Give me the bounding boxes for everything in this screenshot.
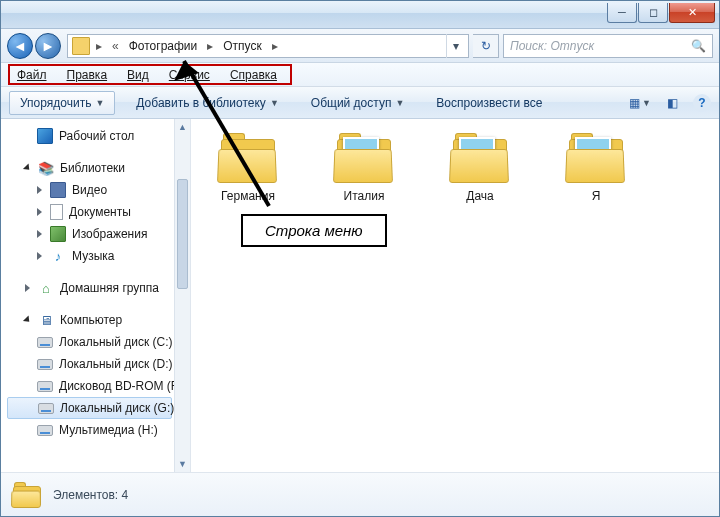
add-library-label: Добавить в библиотеку (136, 96, 266, 110)
expand-icon[interactable] (23, 315, 32, 324)
sidebar-scrollbar[interactable]: ▲ ▼ (174, 119, 190, 472)
item-label: Германия (203, 189, 293, 203)
scroll-up-icon[interactable]: ▲ (175, 119, 190, 135)
organize-button[interactable]: Упорядочить ▼ (9, 91, 115, 115)
toolbar: Упорядочить ▼ Добавить в библиотеку ▼ Об… (1, 87, 719, 119)
video-icon (50, 182, 66, 198)
chevron-down-icon: ▼ (395, 98, 404, 108)
refresh-button[interactable]: ↻ (473, 34, 499, 58)
menu-edit[interactable]: Правка (57, 65, 118, 85)
menu-file[interactable]: Файл (7, 65, 57, 85)
annotation-label: Строка меню (241, 214, 387, 247)
sidebar-item-desktop[interactable]: Рабочий стол (7, 125, 190, 147)
sidebar-item-documents[interactable]: Документы (7, 201, 190, 223)
disc-icon (37, 381, 53, 392)
body: Рабочий стол 📚 Библиотеки Видео Док (1, 119, 719, 472)
folder-item[interactable]: Я (551, 133, 641, 203)
computer-icon: 🖥 (38, 312, 54, 328)
play-all-label: Воспроизвести все (436, 96, 542, 110)
sidebar-item-drive-h[interactable]: Мультимедиа (H:) (7, 419, 190, 441)
breadcrumb-seg[interactable]: Отпуск (219, 39, 265, 53)
pictures-icon (50, 226, 66, 242)
sidebar-item-label: Локальный диск (D:) (59, 357, 173, 371)
sidebar-item-music[interactable]: ♪ Музыка (7, 245, 190, 267)
minimize-button[interactable]: ─ (607, 3, 637, 23)
explorer-window: ─ ◻ ✕ ◄ ► ▸ « Фотографии ▸ Отпуск ▸ ▾ ↻ … (0, 0, 720, 517)
view-options-button[interactable]: ▦ ▼ (629, 92, 651, 114)
navbar: ◄ ► ▸ « Фотографии ▸ Отпуск ▸ ▾ ↻ Поиск:… (1, 29, 719, 63)
library-icon: 📚 (38, 160, 54, 176)
expand-icon[interactable] (37, 230, 42, 238)
search-icon: 🔍 (691, 39, 706, 53)
sidebar-item-drive-c[interactable]: Локальный диск (C:) (7, 331, 190, 353)
folder-icon (217, 133, 279, 183)
expand-icon[interactable] (37, 208, 42, 216)
expand-icon[interactable] (37, 252, 42, 260)
item-label: Я (551, 189, 641, 203)
search-input[interactable]: Поиск: Отпуск 🔍 (503, 34, 713, 58)
sidebar-item-drive-g[interactable]: Локальный диск (G:) (7, 397, 172, 419)
folder-icon (333, 133, 395, 183)
sidebar-item-computer[interactable]: 🖥 Компьютер (7, 309, 190, 331)
folder-icon (449, 133, 511, 183)
preview-pane-button[interactable]: ◧ (661, 92, 683, 114)
expand-icon[interactable] (25, 284, 30, 292)
breadcrumb-seg[interactable]: Фотографии (125, 39, 202, 53)
back-button[interactable]: ◄ (7, 33, 33, 59)
sidebar-item-label: Компьютер (60, 313, 122, 327)
chevron-right-icon: ▸ (203, 39, 217, 53)
sidebar-item-drive-f[interactable]: Дисковод BD-ROM (F:) (7, 375, 190, 397)
scroll-down-icon[interactable]: ▼ (175, 456, 190, 472)
menu-service[interactable]: Сервис (159, 65, 220, 85)
item-label: Дача (435, 189, 525, 203)
sidebar-item-homegroup[interactable]: ⌂ Домашняя группа (7, 277, 190, 299)
sidebar-item-label: Библиотеки (60, 161, 125, 175)
desktop-icon (37, 128, 53, 144)
scroll-thumb[interactable] (177, 179, 188, 289)
chevron-down-icon: ▼ (95, 98, 104, 108)
music-icon: ♪ (50, 248, 66, 264)
sidebar-item-label: Мультимедиа (H:) (59, 423, 158, 437)
maximize-button[interactable]: ◻ (638, 3, 668, 23)
folder-icon (72, 37, 90, 55)
menu-view[interactable]: Вид (117, 65, 159, 85)
expand-icon[interactable] (23, 163, 32, 172)
document-icon (50, 204, 63, 220)
sidebar-item-videos[interactable]: Видео (7, 179, 190, 201)
address-dropdown[interactable]: ▾ (446, 34, 464, 58)
sidebar-item-pictures[interactable]: Изображения (7, 223, 190, 245)
play-all-button[interactable]: Воспроизвести все (425, 91, 553, 115)
help-button[interactable]: ? (693, 94, 711, 112)
item-label: Италия (319, 189, 409, 203)
sidebar-item-libraries[interactable]: 📚 Библиотеки (7, 157, 190, 179)
menubar: Файл Правка Вид Сервис Справка (1, 63, 719, 87)
forward-button[interactable]: ► (35, 33, 61, 59)
drive-icon (37, 359, 53, 370)
sidebar-item-label: Домашняя группа (60, 281, 159, 295)
share-button[interactable]: Общий доступ ▼ (300, 91, 416, 115)
folder-icon (565, 133, 627, 183)
homegroup-icon: ⌂ (38, 280, 54, 296)
address-bar[interactable]: ▸ « Фотографии ▸ Отпуск ▸ ▾ (67, 34, 469, 58)
status-text: Элементов: 4 (53, 488, 128, 502)
sidebar-item-label: Изображения (72, 227, 147, 241)
sidebar-item-label: Документы (69, 205, 131, 219)
share-label: Общий доступ (311, 96, 392, 110)
menu-help[interactable]: Справка (220, 65, 287, 85)
drive-icon (38, 403, 54, 414)
add-to-library-button[interactable]: Добавить в библиотеку ▼ (125, 91, 289, 115)
drive-icon (37, 337, 53, 348)
folder-icon (11, 482, 43, 508)
sidebar-item-label: Локальный диск (G:) (60, 401, 174, 415)
folder-item[interactable]: Италия (319, 133, 409, 203)
folder-item[interactable]: Германия (203, 133, 293, 203)
chevron-right-icon: ▸ (92, 39, 106, 53)
sidebar-item-label: Музыка (72, 249, 114, 263)
expand-icon[interactable] (37, 186, 42, 194)
titlebar: ─ ◻ ✕ (1, 1, 719, 29)
close-button[interactable]: ✕ (669, 3, 715, 23)
folder-item[interactable]: Дача (435, 133, 525, 203)
drive-icon (37, 425, 53, 436)
sidebar-item-drive-d[interactable]: Локальный диск (D:) (7, 353, 190, 375)
sidebar-item-label: Дисковод BD-ROM (F:) (59, 379, 186, 393)
